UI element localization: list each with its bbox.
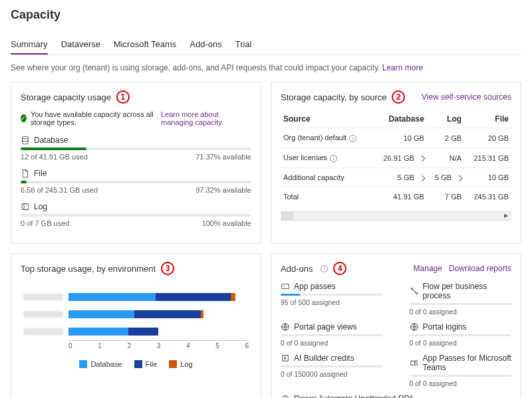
download-reports-link[interactable]: Download reports (449, 264, 511, 273)
tab-add-ons[interactable]: Add-ons (190, 35, 221, 54)
addons-card: Add-ons i 4 Manage Download reports App … (271, 253, 521, 398)
info-icon[interactable]: i (330, 155, 337, 162)
storage-item-file: File 6.58 of 245.31 GB used97.32% availa… (21, 169, 251, 194)
manage-capacity-link[interactable]: Learn more about managing capacity. (161, 110, 251, 126)
svg-point-0 (23, 136, 29, 139)
env-label (23, 311, 63, 318)
by-source-title: Storage capacity, by source (281, 92, 386, 102)
env-label (23, 328, 63, 335)
table-row: Total 41.91 GB 7 GB 245.31 GB (281, 187, 511, 207)
table-row: Additional capacity 5 GB 5 GB 10 GB (281, 168, 511, 187)
tab-summary[interactable]: Summary (11, 35, 48, 54)
globe-icon (410, 322, 419, 332)
database-icon (21, 136, 30, 145)
col-file: File (464, 110, 511, 128)
ai-icon (281, 353, 290, 363)
addon-power-automate-unattended-rpa: Power Automate Unattended RPA 19 of 20 a… (281, 394, 511, 398)
addon-portal-logins: Portal logins 0 of 0 assigned (410, 322, 512, 347)
globe-icon (281, 322, 290, 332)
svg-point-1 (22, 204, 25, 210)
chevron-right-icon[interactable] (418, 175, 425, 181)
flow-icon (410, 286, 419, 296)
chart-bar (23, 306, 249, 323)
table-row: User licensesi 26.91 GB N/A 215.31 GB (281, 148, 511, 168)
top-usage-chart: 0123456 (21, 282, 251, 352)
source-table: SourceDatabaseLogFile Org (tenant) defau… (281, 110, 511, 206)
storage-usage-title: Storage capacity usage (21, 92, 111, 102)
chart-legend: Database File Log (21, 360, 251, 368)
col-database: Database (373, 110, 427, 128)
storage-item-database: Database 12 of 41.91 GB used71.37% avail… (21, 136, 251, 161)
addon-flow-per-business-process: Flow per business process 0 of 0 assigne… (410, 282, 512, 316)
page-title: Capacity (11, 8, 521, 22)
annotation-badge-3: 3 (161, 262, 174, 275)
addon-app-passes: App passes 95 of 500 assigned (281, 282, 383, 316)
pass-icon (281, 282, 290, 291)
svg-point-9 (414, 361, 417, 363)
learn-more-link[interactable]: Learn more (382, 63, 423, 72)
col-log: Log (427, 110, 464, 128)
storage-usage-card: Storage capacity usage 1 ✓ You have avai… (11, 82, 261, 244)
info-icon[interactable]: i (321, 265, 328, 272)
page-description: See where your org (tenant) is using sto… (11, 63, 521, 72)
checkmark-icon: ✓ (21, 114, 27, 122)
annotation-badge-2: 2 (392, 90, 405, 104)
rpa-icon (281, 394, 290, 398)
by-source-card: Storage capacity, by source 2 View self-… (271, 82, 521, 244)
chart-bar (23, 323, 249, 340)
annotation-badge-1: 1 (116, 90, 130, 104)
capacity-ok-text: You have available capacity across all s… (31, 110, 157, 126)
info-icon[interactable]: i (349, 135, 356, 142)
addon-app-passes-for-microsoft-teams: App Passes for Microsoft Teams 0 of 0 as… (410, 353, 512, 387)
top-usage-card: Top storage usage, by environment 3 0123… (11, 253, 261, 398)
tab-dataverse[interactable]: Dataverse (61, 35, 100, 54)
chevron-right-icon[interactable] (456, 175, 463, 181)
tab-trial[interactable]: Trial (235, 35, 252, 54)
chevron-right-icon[interactable] (418, 155, 425, 162)
col-source: Source (281, 110, 373, 128)
svg-rect-8 (410, 361, 414, 365)
log-icon (21, 202, 30, 211)
annotation-badge-4: 4 (333, 262, 346, 275)
teams-icon (410, 358, 419, 367)
self-service-link[interactable]: View self-service sources (422, 92, 511, 102)
tab-microsoft-teams[interactable]: Microsoft Teams (114, 35, 176, 54)
addon-portal-page-views: Portal page views 0 of 0 assigned (281, 322, 383, 347)
tabs: SummaryDataverseMicrosoft TeamsAdd-onsTr… (11, 35, 521, 55)
storage-item-log: Log 0 of 7 GB used100% available (21, 202, 251, 227)
horizontal-scrollbar[interactable] (281, 211, 511, 221)
file-icon (21, 169, 30, 178)
addon-ai-builder-credits: AI Builder credits 0 of 150000 assigned (281, 353, 383, 387)
x-axis: 0123456 (68, 340, 249, 349)
manage-link[interactable]: Manage (414, 264, 442, 273)
addons-title: Add-ons (281, 264, 313, 274)
table-row: Org (tenant) defaulti 10 GB 2 GB 20 GB (281, 128, 511, 148)
top-usage-title: Top storage usage, by environment (21, 264, 156, 274)
env-label (23, 294, 63, 300)
chart-bar (23, 288, 249, 306)
svg-rect-2 (282, 284, 289, 289)
